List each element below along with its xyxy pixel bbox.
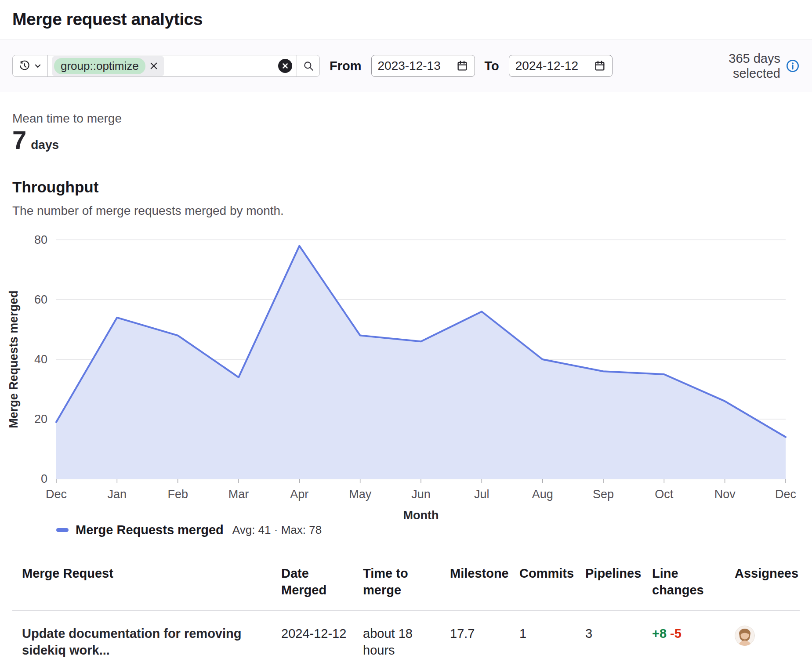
col-header-merge-request: Merge Request [12,557,281,610]
throughput-section: Throughput The number of merge requests … [0,153,812,218]
col-header-commits: Commits [519,557,585,610]
from-label: From [330,59,362,73]
search-input[interactable]: group::optimize [48,55,297,76]
svg-text:Feb: Feb [167,488,188,501]
calendar-icon [594,60,606,72]
svg-text:Month: Month [403,509,439,520]
filter-token: group::optimize [52,56,164,76]
svg-text:Aug: Aug [532,488,553,501]
legend-swatch [56,528,69,532]
to-date-input[interactable]: 2024-12-12 [509,55,613,77]
mean-time-label: Mean time to merge [12,112,800,126]
svg-text:60: 60 [34,293,47,306]
svg-text:80: 80 [34,233,47,246]
col-header-date-merged: Date Merged [281,557,363,610]
cell-assignees [735,611,800,666]
area-chart[interactable]: 020406080DecJanFebMarAprMayJunJulAugSepO… [0,221,812,520]
svg-text:Nov: Nov [714,488,736,501]
col-header-time-to-merge: Time to merge [363,557,450,610]
svg-text:Dec: Dec [46,488,67,501]
filter-bar: group::optimize From 2023-12-13 To 2024-… [0,40,812,92]
mr-title-link[interactable]: Update documentation for removing sideki… [22,626,273,659]
search-history-button[interactable] [13,55,48,76]
cell-line-changes: +8-5 [652,611,735,666]
mean-time-to-merge: Mean time to merge 7 days [0,92,812,153]
avatar[interactable] [735,626,755,646]
mean-time-unit: days [31,138,59,152]
svg-text:20: 20 [34,413,47,426]
page-header: Merge request analytics [0,0,812,40]
to-label: To [485,59,499,73]
cell-time-to-merge: about 18 hours [363,611,450,666]
cell-pipelines: 3 [585,611,652,666]
to-date-value: 2024-12-12 [515,59,578,73]
svg-text:Mar: Mar [228,488,249,501]
col-header-line-changes: Line changes [652,557,735,610]
cell-date-merged: 2024-12-12 [281,611,363,666]
filter-token-value: group::optimize [54,58,145,74]
merge-request-table: Merge Request Date Merged Time to merge … [0,557,812,666]
svg-text:Jun: Jun [411,488,431,501]
search-submit-button[interactable] [297,55,319,76]
days-selected: 365 days selected [722,51,800,81]
chevron-down-icon [34,62,42,70]
svg-text:May: May [349,488,372,501]
svg-text:Jul: Jul [474,488,489,501]
token-remove-icon[interactable] [145,62,162,70]
svg-text:40: 40 [34,353,47,366]
calendar-icon [456,60,468,72]
search-icon [303,60,314,72]
deletions: -5 [670,626,682,641]
svg-text:Oct: Oct [655,488,674,501]
additions: +8 [652,626,667,641]
cell-commits: 1 [519,611,585,666]
clear-search-button[interactable] [278,59,292,73]
throughput-description: The number of merge requests merged by m… [12,204,800,218]
svg-text:Merge Requests merged: Merge Requests merged [7,291,20,429]
throughput-heading: Throughput [12,178,800,196]
svg-text:Sep: Sep [593,488,614,501]
clear-icon [281,62,289,70]
legend-stats: Avg: 41 · Max: 78 [232,523,322,537]
filtered-search: group::optimize [12,55,320,77]
days-selected-text: 365 days selected [722,51,780,81]
svg-text:Dec: Dec [775,488,796,501]
legend-label: Merge Requests merged [76,523,224,537]
svg-text:Jan: Jan [108,488,127,501]
svg-text:Apr: Apr [290,488,308,501]
svg-text:0: 0 [41,472,47,485]
from-date-value: 2023-12-13 [378,59,441,73]
chart-legend[interactable]: Merge Requests merged Avg: 41 · Max: 78 [56,523,812,537]
throughput-chart: 020406080DecJanFebMarAprMayJunJulAugSepO… [0,221,812,537]
col-header-pipelines: Pipelines [585,557,652,610]
info-icon[interactable] [786,59,800,73]
cell-milestone[interactable]: 17.7 [450,611,519,666]
from-date-input[interactable]: 2023-12-13 [371,55,475,77]
table-header-row: Merge Request Date Merged Time to merge … [12,557,800,610]
history-icon [19,60,30,72]
page-title: Merge request analytics [12,10,800,29]
col-header-milestone: Milestone [450,557,519,610]
mean-time-value: 7 [12,127,26,153]
table-row: Update documentation for removing sideki… [12,611,800,666]
col-header-assignees: Assignees [735,557,806,610]
